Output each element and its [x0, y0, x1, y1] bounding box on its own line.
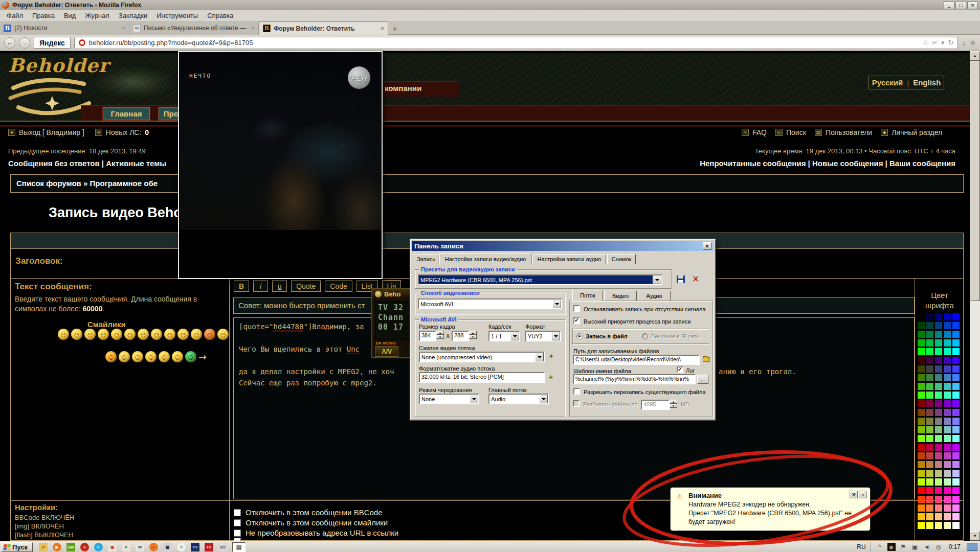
menu-item[interactable]: Правка [28, 11, 59, 20]
split-size-field[interactable]: 4095 [641, 400, 670, 410]
reload-icon[interactable]: ↻ [948, 39, 954, 47]
color-swatch[interactable] [952, 409, 960, 416]
format-combo[interactable]: YUY2 [525, 331, 561, 341]
color-swatch[interactable] [918, 339, 925, 347]
color-swatch[interactable] [918, 496, 925, 503]
smiley-shocked[interactable]: ☺ [151, 329, 162, 340]
smiley-wink[interactable]: ☺ [132, 351, 143, 362]
bbcode-button-code[interactable]: Code [325, 280, 352, 292]
video-compression-settings-icon[interactable]: ✦ [549, 353, 553, 360]
right-links[interactable]: Непрочитанные сообщения | Новые сообщени… [700, 159, 955, 168]
color-swatch[interactable] [952, 418, 960, 425]
smiley-idea[interactable]: ☺ [172, 351, 183, 362]
color-swatch[interactable] [935, 470, 942, 477]
color-swatch[interactable] [926, 461, 933, 468]
dreamweaver-icon[interactable]: Dw [66, 543, 75, 551]
fps-combo[interactable]: 1 / 1 [488, 331, 520, 341]
log-checkbox[interactable] [677, 366, 683, 373]
color-swatch[interactable] [918, 322, 925, 329]
color-swatch[interactable] [926, 339, 933, 347]
color-swatch[interactable] [926, 504, 933, 512]
addons-icon[interactable]: ❖ [969, 39, 976, 47]
video-player-window[interactable]: НЕЧТО РЕН [178, 51, 383, 279]
color-swatch[interactable] [935, 522, 942, 529]
smiley-eek[interactable]: ☺ [138, 329, 149, 340]
color-swatch[interactable] [952, 365, 960, 373]
color-swatch[interactable] [926, 374, 933, 381]
checkbox-icon[interactable] [234, 519, 241, 526]
bbcode-button-quote[interactable]: Quote [291, 280, 321, 292]
menu-item[interactable]: Закладки [114, 11, 152, 20]
color-swatch[interactable] [952, 522, 960, 529]
color-swatch[interactable] [926, 487, 933, 494]
color-swatch[interactable] [952, 357, 960, 364]
left-links[interactable]: Сообщения без ответов | Активные темы [8, 159, 166, 168]
beholder-tray-icon[interactable]: ◉ [887, 543, 896, 551]
eye-app-icon[interactable]: ◉ [108, 543, 117, 551]
close-button[interactable]: × [967, 2, 978, 9]
color-swatch[interactable] [926, 522, 933, 529]
smiley-grin[interactable]: ☺ [71, 329, 82, 340]
color-swatch[interactable] [952, 435, 960, 442]
color-swatch[interactable] [935, 496, 942, 503]
broadcast-ip-radio[interactable] [642, 333, 648, 339]
forward-button[interactable]: → [19, 37, 30, 49]
red-app-icon[interactable]: e [80, 543, 89, 551]
downloads-icon[interactable]: ↓ [962, 38, 966, 48]
color-swatch[interactable] [926, 392, 933, 399]
save-preset-icon[interactable] [677, 275, 685, 283]
color-swatch[interactable] [918, 513, 925, 520]
smiley-sad[interactable]: ☺ [98, 329, 109, 340]
color-swatch[interactable] [952, 496, 960, 503]
color-swatch[interactable] [935, 365, 942, 373]
url-field[interactable]: beholder.ru/bb/posting.php?mode=quote&f=… [74, 37, 959, 49]
tab-audio-settings[interactable]: Настройки записи аудио [532, 254, 606, 264]
pm-link[interactable]: Новых ЛС: [106, 128, 141, 136]
color-swatch[interactable] [944, 487, 951, 494]
tab-close-icon[interactable]: × [122, 25, 125, 32]
color-swatch[interactable] [952, 339, 960, 347]
color-swatch[interactable] [935, 400, 942, 407]
filezilla-icon[interactable]: Fz [205, 543, 213, 551]
color-swatch[interactable] [935, 444, 942, 451]
lang-english[interactable]: English [913, 78, 941, 87]
color-swatch[interactable] [952, 331, 960, 338]
wheel-icon[interactable]: ◎ [934, 543, 943, 551]
color-swatch[interactable] [918, 435, 925, 442]
color-swatch[interactable] [935, 383, 942, 390]
color-swatch[interactable] [944, 461, 951, 468]
color-swatch[interactable] [926, 348, 933, 355]
color-swatch[interactable] [944, 426, 951, 433]
color-swatch[interactable] [926, 365, 933, 373]
menu-item[interactable]: Справ­ка [203, 11, 238, 20]
color-swatch[interactable] [918, 313, 925, 320]
color-swatch[interactable] [926, 400, 933, 407]
calculator-icon[interactable]: ▦ [163, 543, 172, 551]
smiley-surprised[interactable]: ☺ [164, 329, 175, 340]
color-swatch[interactable] [918, 357, 925, 364]
color-swatch[interactable] [944, 418, 951, 425]
logout-link[interactable]: Выход [ Владимир ] [19, 128, 84, 136]
smiley-razz[interactable]: ☺ [204, 329, 215, 340]
color-swatch[interactable] [935, 452, 942, 459]
color-swatch[interactable] [952, 470, 960, 477]
color-swatch[interactable] [918, 374, 925, 381]
color-swatch[interactable] [918, 478, 925, 486]
tab-stream[interactable]: Поток [572, 290, 603, 301]
template-browse-button[interactable]: ... [697, 375, 708, 384]
split-files-checkbox[interactable] [573, 400, 580, 407]
tab-close-icon[interactable]: × [251, 25, 255, 32]
color-swatch[interactable] [944, 504, 951, 512]
filename-template-field[interactable]: %channel% (%yy%%mm%%dd%-%hh%%nn% [573, 374, 696, 384]
menu-item[interactable]: Вид [59, 11, 81, 20]
color-swatch[interactable] [944, 409, 951, 416]
smiley-think[interactable]: ☺ [159, 351, 170, 362]
color-swatch[interactable] [926, 426, 933, 433]
media-player-icon[interactable]: ▶ [53, 543, 61, 551]
method-combo[interactable]: Microsoft AVI [418, 298, 562, 309]
color-swatch[interactable] [944, 470, 951, 477]
color-swatch[interactable] [952, 513, 960, 520]
smiley-evil[interactable]: ☺ [217, 329, 229, 340]
color-swatch[interactable] [926, 496, 933, 503]
checkbox-icon[interactable] [234, 509, 241, 516]
